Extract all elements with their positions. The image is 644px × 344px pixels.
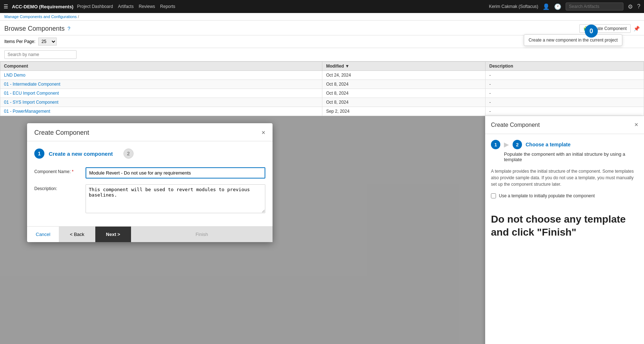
- rp-desc: A template provides the initial structur…: [491, 168, 638, 188]
- description: -: [486, 107, 644, 116]
- component-link[interactable]: 01 - SYS Import Component: [4, 100, 58, 105]
- main-background: Create Component × 1 Create a new compon…: [0, 116, 644, 344]
- tooltip-bubble: Create a new component in the current pr…: [524, 34, 622, 46]
- cancel-button[interactable]: Cancel: [27, 227, 59, 242]
- modified-date: Oct 24, 2024: [322, 71, 486, 80]
- rp-step2-badge: 2: [513, 140, 522, 149]
- rp-subtitle: Populate the component with an initial s…: [504, 151, 638, 162]
- col-component: Component: [0, 62, 322, 71]
- template-checkbox-row: Use a template to initially populate the…: [491, 193, 638, 198]
- component-link[interactable]: LND Demo: [4, 73, 25, 78]
- required-marker: *: [72, 169, 74, 174]
- menu-icon[interactable]: ☰: [4, 4, 8, 9]
- items-per-page-select[interactable]: 10 25 50 100: [38, 38, 57, 46]
- zero-badge: 0: [585, 25, 598, 38]
- dialog-body: 1 Create a new component 2 Component Nam…: [27, 141, 273, 226]
- table-row: LND Demo Oct 24, 2024 -: [0, 71, 644, 80]
- table-row: 01 - ECU Import Component Oct 8, 2024 -: [0, 89, 644, 98]
- rp-step2-label: Choose a template: [526, 142, 570, 147]
- components-table: Component Modified ▼ Description LND Dem…: [0, 61, 644, 116]
- dialog-header: Create Component ×: [27, 123, 273, 141]
- history-icon[interactable]: 🕐: [554, 3, 561, 10]
- nav-left: ☰ ACC-DEMO (Requirements) Project Dashbo…: [4, 4, 175, 9]
- table-row: 01 - SYS Import Component Oct 8, 2024 -: [0, 98, 644, 107]
- description: -: [486, 98, 644, 107]
- description: -: [486, 89, 644, 98]
- right-panel-title: Create Component: [491, 122, 540, 128]
- items-per-page-label: Items Per Page:: [4, 39, 35, 44]
- next-button[interactable]: Next >: [95, 227, 131, 242]
- right-panel: Create Component × 1 ▶ 2 Choose a templa…: [485, 116, 644, 344]
- component-name-input[interactable]: [86, 167, 265, 179]
- component-link[interactable]: 01 - ECU Import Component: [4, 91, 59, 96]
- user-info: Kerim Cakmak (Softacus): [489, 4, 538, 9]
- modified-date: Oct 8, 2024: [322, 89, 486, 98]
- component-search-input[interactable]: [4, 50, 77, 59]
- right-panel-close-button[interactable]: ×: [634, 121, 638, 129]
- component-link[interactable]: 01 - PowerManagement: [4, 109, 50, 114]
- top-navigation: ☰ ACC-DEMO (Requirements) Project Dashbo…: [0, 0, 644, 13]
- nav-artifacts[interactable]: Artifacts: [118, 4, 134, 9]
- step-connector: [117, 150, 119, 158]
- breadcrumb-link[interactable]: Manage Components and Configurations: [4, 14, 77, 19]
- col-description: Description: [486, 62, 644, 71]
- table-row: 01 - Intermediate Component Oct 8, 2024 …: [0, 80, 644, 89]
- breadcrumb: Manage Components and Configurations /: [0, 13, 644, 21]
- rp-connector: ▶: [504, 141, 509, 149]
- modified-date: Oct 8, 2024: [322, 80, 486, 89]
- nav-links: Project Dashboard Artifacts Reviews Repo…: [77, 4, 175, 9]
- help-icon[interactable]: ?: [637, 3, 640, 10]
- tooltip-text: Create a new component in the current pr…: [528, 38, 618, 43]
- right-panel-body: 1 ▶ 2 Choose a template Populate the com…: [485, 134, 644, 344]
- nav-project-dashboard[interactable]: Project Dashboard: [77, 4, 113, 9]
- create-component-dialog: Create Component × 1 Create a new compon…: [27, 123, 273, 242]
- step1-badge: 1: [34, 149, 44, 159]
- rp-step-row: 1 ▶ 2 Choose a template: [491, 140, 638, 149]
- rp-step1-badge: 1: [491, 140, 500, 149]
- settings-icon[interactable]: ⚙: [628, 3, 633, 10]
- page-title: Browse Components: [4, 25, 65, 33]
- step-row: 1 Create a new component 2: [34, 149, 265, 159]
- description: -: [486, 71, 644, 80]
- component-name-row: Component Name: *: [34, 167, 265, 179]
- description-row: Description: This component will be used…: [34, 184, 265, 213]
- description-textarea[interactable]: This component will be used to revert mo…: [86, 184, 265, 213]
- finish-button: Finish: [131, 227, 273, 242]
- instruction-text: Do not choose any template and click "Fi…: [491, 213, 638, 239]
- step2-badge: 2: [123, 149, 134, 159]
- search-input[interactable]: [566, 3, 623, 10]
- dialog-footer: Cancel < Back Next > Finish: [27, 226, 273, 242]
- modified-date: Oct 8, 2024: [322, 98, 486, 107]
- back-button[interactable]: < Back: [59, 227, 95, 242]
- table-row: 01 - PowerManagement Sep 2, 2024 -: [0, 107, 644, 116]
- right-panel-header: Create Component ×: [485, 116, 644, 134]
- nav-reviews[interactable]: Reviews: [139, 4, 155, 9]
- use-template-checkbox[interactable]: [491, 193, 496, 198]
- component-name-label: Component Name: *: [34, 167, 81, 174]
- modified-date: Sep 2, 2024: [322, 107, 486, 116]
- nav-right: Kerim Cakmak (Softacus) 👤 🕐 ⚙ ?: [489, 3, 640, 10]
- page-help-icon[interactable]: ?: [68, 26, 70, 31]
- col-modified[interactable]: Modified ▼: [322, 62, 486, 71]
- dialog-close-button[interactable]: ×: [261, 129, 265, 137]
- dialog-title: Create Component: [34, 129, 89, 137]
- pin-icon[interactable]: 📌: [634, 26, 640, 31]
- page-header: Browse Components ? 🧩 Create Component 📌: [0, 21, 644, 35]
- description-label: Description:: [34, 184, 81, 191]
- nav-reports[interactable]: Reports: [160, 4, 175, 9]
- step1-label: Create a new component: [49, 151, 113, 157]
- app-title: ACC-DEMO (Requirements): [12, 4, 73, 9]
- component-link[interactable]: 01 - Intermediate Component: [4, 82, 60, 87]
- template-checkbox-label[interactable]: Use a template to initially populate the…: [499, 193, 595, 198]
- search-row: [0, 48, 644, 61]
- user-icon[interactable]: 👤: [543, 3, 550, 10]
- description: -: [486, 80, 644, 89]
- page-title-area: Browse Components ?: [4, 25, 70, 33]
